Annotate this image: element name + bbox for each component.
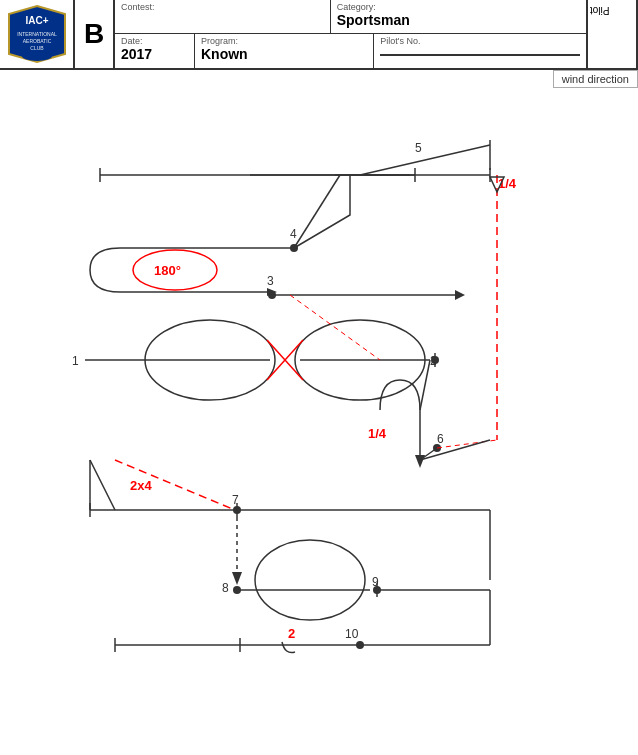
label-8: 8	[222, 581, 229, 595]
annotation-180: 180°	[154, 263, 181, 278]
svg-line-20	[294, 175, 340, 248]
annotation-quarter-2: 1/4	[368, 426, 387, 441]
contest-cell: Contest:	[115, 0, 331, 33]
label-3: 3	[267, 274, 274, 288]
aerobatic-diagram: 5 1/4 4	[0, 70, 638, 755]
program-value: Known	[201, 46, 367, 62]
svg-marker-36	[232, 572, 242, 585]
pilots-no-label: Pilot's No.	[380, 36, 580, 46]
svg-line-50	[90, 460, 115, 510]
label-7: 7	[232, 493, 239, 507]
date-label: Date:	[121, 36, 188, 46]
svg-line-48	[420, 440, 490, 460]
pilots-no-input[interactable]	[380, 54, 580, 56]
program-cell: Program: Known	[195, 34, 374, 68]
header: IAC+ INTERNATIONAL AEROBATIC CLUB B Cont…	[0, 0, 638, 70]
svg-text:AEROBATIC: AEROBATIC	[22, 38, 51, 44]
drawing-area: 5 1/4 4	[0, 70, 638, 755]
label-4: 4	[290, 227, 297, 241]
date-cell: Date: 2017	[115, 34, 195, 68]
label-6: 6	[437, 432, 444, 446]
label-5: 5	[415, 141, 422, 155]
pilots-no-cell: Pilot's No.	[374, 34, 586, 68]
header-main: Contest: Category: Sportsman Date: 2017 …	[115, 0, 588, 68]
svg-text:INTERNATIONAL: INTERNATIONAL	[17, 31, 57, 37]
label-1: 1	[72, 354, 79, 368]
svg-line-49	[420, 360, 430, 410]
logo-cell: IAC+ INTERNATIONAL AEROBATIC CLUB	[0, 0, 75, 68]
annotation-2: 2	[288, 626, 295, 641]
header-row1: Contest: Category: Sportsman	[115, 0, 586, 34]
program-label: Program:	[201, 36, 367, 46]
date-value: 2017	[121, 46, 188, 62]
svg-text:IAC+: IAC+	[25, 15, 48, 26]
pilot-column: Pilot	[588, 0, 638, 68]
header-row2: Date: 2017 Program: Known Pilot's No.	[115, 34, 586, 68]
category-label: Category:	[337, 2, 580, 12]
contest-label: Contest:	[121, 2, 324, 12]
svg-text:CLUB: CLUB	[30, 45, 44, 51]
header-b: B	[75, 0, 115, 68]
dot-10	[356, 641, 364, 649]
loop-8	[255, 540, 365, 620]
pilot-label: Pilot	[590, 5, 609, 16]
category-cell: Category: Sportsman	[331, 0, 586, 33]
svg-line-26	[290, 295, 380, 360]
label-10: 10	[345, 627, 359, 641]
svg-marker-19	[455, 290, 465, 300]
svg-line-13	[360, 145, 490, 175]
category-value: Sportsman	[337, 12, 580, 28]
iac-logo: IAC+ INTERNATIONAL AEROBATIC CLUB	[7, 4, 67, 64]
svg-point-5	[22, 51, 52, 61]
annotation-2x4: 2x4	[130, 478, 152, 493]
